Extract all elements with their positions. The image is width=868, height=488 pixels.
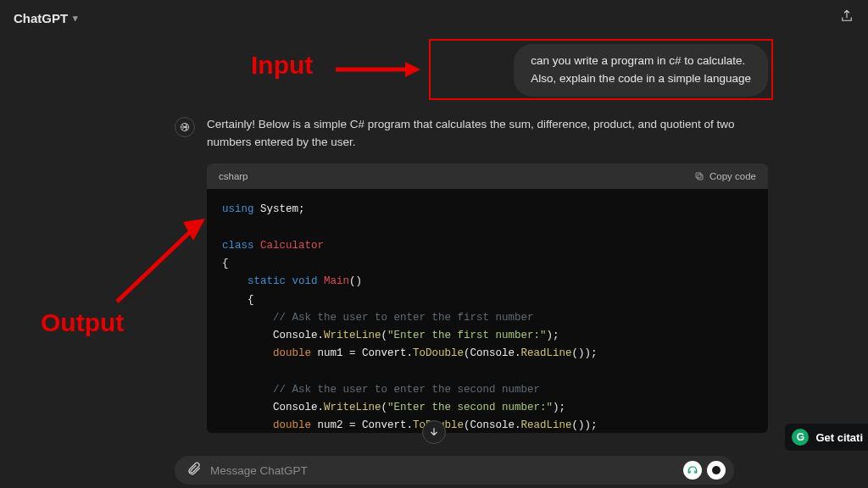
code-block-header: csharp Copy code xyxy=(207,164,768,189)
svg-rect-6 xyxy=(696,173,701,178)
code-block: csharp Copy code using System; class Cal… xyxy=(207,164,768,433)
message-input[interactable] xyxy=(210,464,675,477)
assistant-body: Certainly! Below is a simple C# program … xyxy=(207,115,768,434)
user-message-row: can you write a program in c# to calcula… xyxy=(175,44,768,97)
scroll-to-bottom-button[interactable] xyxy=(422,420,446,444)
assistant-intro-text: Certainly! Below is a simple C# program … xyxy=(207,115,768,152)
user-message-bubble: can you write a program in c# to calcula… xyxy=(514,44,768,97)
attach-icon[interactable] xyxy=(186,461,202,480)
grammarly-icon: G xyxy=(792,429,809,446)
assistant-avatar xyxy=(175,117,195,137)
annotation-output-label: Output xyxy=(41,308,124,337)
copy-code-label: Copy code xyxy=(709,169,756,184)
code-language-label: csharp xyxy=(219,169,248,184)
message-composer xyxy=(175,456,734,485)
stage: Input Output can you write a program in … xyxy=(0,29,868,488)
send-button[interactable] xyxy=(707,461,726,480)
copy-code-button[interactable]: Copy code xyxy=(694,169,756,184)
chevron-down-icon: ▾ xyxy=(73,13,78,24)
share-button[interactable] xyxy=(839,8,854,27)
code-body: using System; class Calculator { static … xyxy=(207,189,768,433)
user-line-2: Also, explain the code in a simple langu… xyxy=(531,72,751,85)
grammarly-overlay[interactable]: G Get citati xyxy=(785,424,868,451)
user-line-1: can you write a program in c# to calcula… xyxy=(531,54,745,67)
model-picker[interactable]: ChatGPT ▾ xyxy=(14,11,78,25)
composer-right xyxy=(683,461,726,480)
headset-button[interactable] xyxy=(683,461,702,480)
top-bar: ChatGPT ▾ xyxy=(0,0,868,29)
brand-label: ChatGPT xyxy=(14,11,68,25)
assistant-message-row: Certainly! Below is a simple C# program … xyxy=(175,115,768,434)
grammarly-label: Get citati xyxy=(815,431,863,444)
svg-rect-5 xyxy=(698,175,703,180)
conversation: can you write a program in c# to calcula… xyxy=(175,29,768,433)
